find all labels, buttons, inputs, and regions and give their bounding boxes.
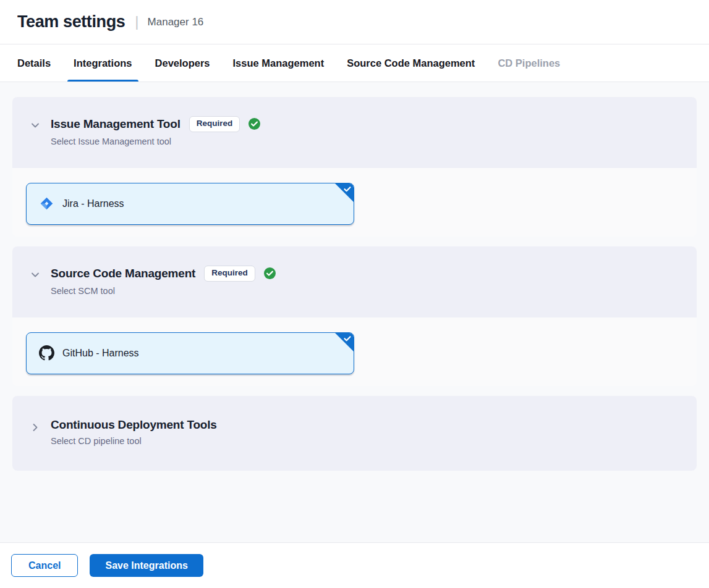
section-issue-management-body: Jira - Harness [12, 168, 697, 237]
tab-issue-management[interactable]: Issue Management [233, 44, 325, 82]
page-title: Team settings [17, 12, 125, 32]
team-name-label: Manager 16 [148, 16, 204, 28]
required-badge: Required [189, 116, 240, 132]
github-icon [39, 345, 54, 361]
section-source-code-management: Source Code Management Required Select S… [12, 246, 697, 386]
chevron-right-icon [30, 422, 41, 433]
check-circle-icon [248, 118, 260, 130]
tab-bar: Details Integrations Developers Issue Ma… [0, 44, 709, 82]
section-subtitle: Select SCM tool [51, 286, 276, 296]
section-subtitle: Select Issue Management tool [51, 136, 260, 146]
option-card-jira-harness[interactable]: Jira - Harness [26, 183, 354, 225]
page-header: Team settings | Manager 16 [0, 0, 709, 44]
section-scm-header[interactable]: Source Code Management Required Select S… [12, 246, 697, 317]
option-label: Jira - Harness [62, 198, 124, 209]
footer-action-bar: Cancel Save Integrations [0, 542, 709, 588]
tab-integrations[interactable]: Integrations [74, 44, 132, 82]
tab-details[interactable]: Details [17, 44, 51, 82]
tab-cd-pipelines[interactable]: CD Pipelines [498, 44, 560, 82]
title-divider: | [135, 13, 138, 30]
chevron-down-icon [30, 269, 41, 280]
option-label: GitHub - Harness [62, 348, 139, 359]
tab-source-code-management[interactable]: Source Code Management [347, 44, 475, 82]
section-issue-management-header[interactable]: Issue Management Tool Required Select Is… [12, 97, 697, 168]
save-integrations-button[interactable]: Save Integrations [90, 554, 203, 577]
section-title: Source Code Management [51, 267, 195, 280]
selected-check-icon [343, 334, 352, 343]
section-title: Issue Management Tool [51, 117, 180, 131]
jira-icon [39, 196, 54, 211]
section-subtitle: Select CD pipeline tool [51, 436, 217, 446]
check-circle-icon [264, 267, 276, 279]
section-continuous-deployment-tools: Continuous Deployment Tools Select CD pi… [12, 396, 697, 471]
section-title: Continuous Deployment Tools [51, 418, 217, 432]
section-scm-body: GitHub - Harness [12, 317, 697, 386]
section-cd-header[interactable]: Continuous Deployment Tools Select CD pi… [12, 396, 697, 471]
tab-developers[interactable]: Developers [155, 44, 210, 82]
required-badge: Required [204, 266, 255, 282]
section-issue-management-tool: Issue Management Tool Required Select Is… [12, 97, 697, 237]
option-card-github-harness[interactable]: GitHub - Harness [26, 332, 354, 374]
selected-check-icon [343, 185, 352, 193]
integrations-content: Issue Management Tool Required Select Is… [0, 82, 709, 542]
chevron-down-icon [30, 120, 41, 131]
cancel-button[interactable]: Cancel [11, 554, 78, 577]
